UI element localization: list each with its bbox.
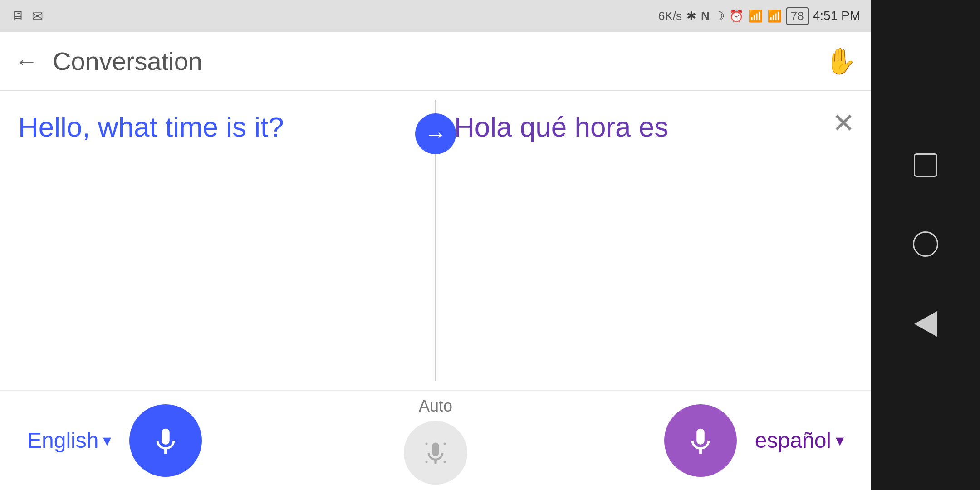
back-button[interactable]: ← bbox=[15, 49, 38, 73]
page-title: Conversation bbox=[53, 46, 202, 76]
signal-icon: 📶 bbox=[767, 9, 782, 23]
spanish-language-selector[interactable]: español ▾ bbox=[755, 428, 844, 453]
mic-icon-auto bbox=[422, 439, 449, 466]
hand-icon[interactable]: ✋ bbox=[825, 46, 857, 76]
moon-icon: ☽ bbox=[714, 9, 725, 23]
mic-icon-english bbox=[150, 425, 181, 456]
toolbar: ← Conversation ✋ bbox=[0, 32, 871, 91]
source-text: Hello, what time is it? bbox=[18, 109, 417, 381]
english-label-text: English bbox=[27, 428, 98, 453]
nfc-icon: N bbox=[701, 9, 710, 23]
bottom-right: español ▾ bbox=[664, 404, 844, 477]
right-panel: Hola qué hora es ✕ bbox=[436, 91, 871, 390]
app-container: 🖥 ✉ 6K/s ✱ N ☽ ⏰ 📶 📶 78 4:51 PM ← Conver… bbox=[0, 0, 871, 490]
english-mic-button[interactable] bbox=[129, 404, 202, 477]
status-bar-left: 🖥 ✉ bbox=[11, 8, 43, 24]
status-bar-right: 6K/s ✱ N ☽ ⏰ 📶 📶 78 4:51 PM bbox=[658, 7, 860, 25]
status-time: 4:51 PM bbox=[813, 9, 860, 23]
spanish-label-text: español bbox=[755, 428, 831, 453]
alarm-icon: ⏰ bbox=[729, 9, 744, 23]
bottom-left: English ▾ bbox=[27, 404, 202, 477]
recents-button[interactable] bbox=[914, 153, 937, 177]
spanish-mic-button[interactable] bbox=[664, 404, 737, 477]
back-nav-button[interactable] bbox=[914, 311, 937, 337]
status-bar: 🖥 ✉ 6K/s ✱ N ☽ ⏰ 📶 📶 78 4:51 PM bbox=[0, 0, 871, 32]
home-button[interactable] bbox=[913, 231, 938, 257]
translate-arrow-button[interactable]: → bbox=[415, 113, 456, 154]
bluetooth-icon: ✱ bbox=[686, 9, 696, 23]
english-dropdown-icon: ▾ bbox=[103, 431, 111, 450]
arrow-icon: → bbox=[425, 122, 446, 147]
bottom-center: Auto bbox=[404, 397, 467, 485]
wifi-icon: 📶 bbox=[748, 9, 763, 23]
svg-point-1 bbox=[444, 442, 446, 445]
svg-point-2 bbox=[426, 461, 428, 463]
english-language-selector[interactable]: English ▾ bbox=[27, 428, 111, 453]
spanish-dropdown-icon: ▾ bbox=[836, 431, 844, 450]
email-icon: ✉ bbox=[32, 8, 43, 24]
toolbar-left: ← Conversation bbox=[15, 46, 202, 76]
content-area: Hello, what time is it? → Hola qué hora … bbox=[0, 91, 871, 390]
translated-text: Hola qué hora es bbox=[454, 109, 853, 381]
svg-point-0 bbox=[426, 442, 428, 445]
auto-label: Auto bbox=[419, 397, 452, 416]
speed-indicator: 6K/s bbox=[658, 9, 682, 23]
battery-indicator: 78 bbox=[786, 7, 808, 25]
mic-icon-spanish bbox=[685, 425, 716, 456]
left-panel: Hello, what time is it? bbox=[0, 91, 435, 390]
monitor-icon: 🖥 bbox=[11, 8, 24, 24]
bottom-bar: English ▾ Auto bbox=[0, 390, 871, 490]
android-nav-bar bbox=[871, 0, 980, 490]
auto-mic-button[interactable] bbox=[404, 421, 467, 485]
svg-point-3 bbox=[444, 461, 446, 463]
close-button[interactable]: ✕ bbox=[832, 107, 855, 139]
